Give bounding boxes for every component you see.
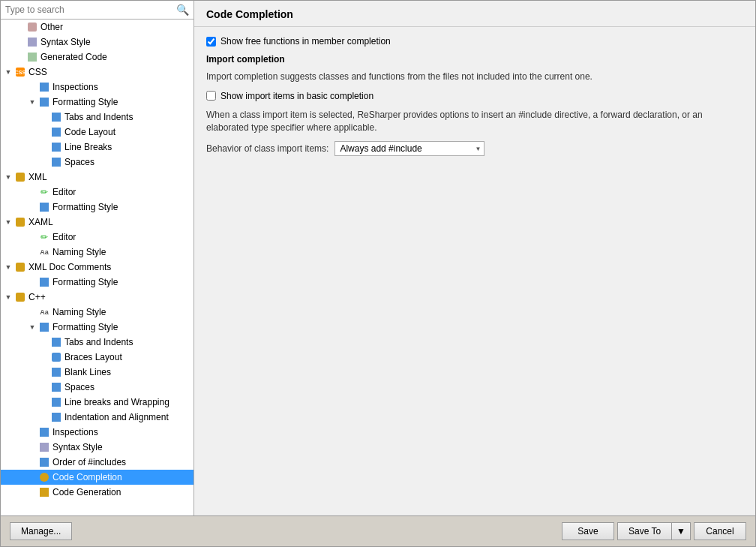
panel-title: Code Completion [194, 1, 755, 27]
save-to-arrow-button[interactable]: ▼ [671, 522, 691, 540]
tree-label-spaces-cpp: Spaces [64, 382, 94, 392]
tree-item-naming-xaml[interactable]: Aa Naming Style [1, 245, 194, 260]
tree-label-formatting-xmldoc: Formatting Style [52, 277, 118, 287]
tree-item-order-cpp[interactable]: Order of #includes [1, 455, 194, 470]
right-panel: Code Completion Show free functions in m… [194, 1, 755, 515]
tree-item-braces-cpp[interactable]: Braces Layout [1, 350, 194, 365]
format-icon-xmldoc [38, 276, 50, 288]
elaboration-text: When a class import item is selected, Re… [206, 109, 743, 134]
tree-item-inspections-css[interactable]: Inspections [1, 80, 194, 95]
spaces-icon-cpp [50, 381, 62, 393]
toggle-editor-xml [28, 188, 37, 197]
dialog-content: 🔍 Other Syntax Style [1, 1, 755, 515]
tree-item-inspections-cpp[interactable]: Inspections [1, 425, 194, 440]
toggle-naming-cpp [28, 308, 37, 317]
toggle-editor-xaml [28, 233, 37, 242]
generated-icon [26, 51, 38, 63]
tree-label-xmldoc: XML Doc Comments [28, 262, 111, 272]
tree-label-css: CSS [28, 67, 47, 77]
dropdown-wrapper: Always add #include Add forward declarat… [334, 141, 484, 156]
tree-label-syntax-top: Syntax Style [40, 37, 91, 47]
tree-item-code-generation[interactable]: Code Generation [1, 485, 194, 500]
tree-item-xaml[interactable]: ▼ XAML [1, 215, 194, 230]
tree-item-syntax-style-top[interactable]: Syntax Style [1, 35, 194, 50]
tree-item-formatting-cpp[interactable]: ▼ Formatting Style [1, 320, 194, 335]
tree-label-editor-xaml: Editor [52, 232, 76, 242]
save-to-button[interactable]: Save To [617, 522, 671, 540]
tree-label-indentation-cpp: Indentation and Alignment [64, 412, 169, 422]
tree-item-code-completion[interactable]: Code Completion [1, 470, 194, 485]
show-import-items-checkbox[interactable] [206, 91, 216, 101]
tree-item-linebreaks-cpp[interactable]: Line breaks and Wrapping [1, 395, 194, 410]
tree-item-formatting-xml[interactable]: Formatting Style [1, 200, 194, 215]
manage-button[interactable]: Manage... [10, 522, 72, 540]
tree-item-tabs-cpp[interactable]: Tabs and Indents [1, 335, 194, 350]
tree-item-xmldoc[interactable]: ▼ XML Doc Comments [1, 260, 194, 275]
toggle-tabs-css [40, 113, 49, 122]
search-icon: 🔍 [176, 4, 189, 16]
order-icon-cpp [38, 456, 50, 468]
toggle-formatting-xmldoc [28, 278, 37, 287]
tree-label-linebreaks-css: Line Breaks [64, 142, 112, 152]
tree-item-editor-xml[interactable]: ✏ Editor [1, 185, 194, 200]
tree-label-cpp: C++ [28, 292, 46, 302]
tree-label-completion: Code Completion [52, 472, 122, 482]
toggle-blank-cpp [40, 368, 49, 377]
inspect-icon-css [38, 81, 50, 93]
tabs-icon-css [50, 111, 62, 123]
tree-item-syntax-cpp[interactable]: Syntax Style [1, 440, 194, 455]
tree-item-cpp[interactable]: ▼ C++ [1, 290, 194, 305]
class-import-behavior-select[interactable]: Always add #include Add forward declarat… [334, 141, 484, 156]
tree-item-formatting-css[interactable]: ▼ Formatting Style [1, 95, 194, 110]
tree-item-indentation-cpp[interactable]: Indentation and Alignment [1, 410, 194, 425]
xaml-icon [14, 216, 26, 228]
save-to-arrow-icon: ▼ [676, 526, 686, 536]
tree-item-tabs-css[interactable]: Tabs and Indents [1, 110, 194, 125]
settings-dialog: 🔍 Other Syntax Style [0, 0, 756, 547]
toggle-braces-cpp [40, 353, 49, 362]
toggle-syntax-top [16, 38, 25, 47]
import-description: Import completion suggests classes and f… [206, 71, 743, 83]
tree-item-spaces-css[interactable]: Spaces [1, 155, 194, 170]
tree-label-formatting-xml: Formatting Style [52, 202, 118, 212]
tree-item-css[interactable]: ▼ CSS CSS [1, 65, 194, 80]
tree-item-naming-cpp[interactable]: Aa Naming Style [1, 305, 194, 320]
tree-item-xml[interactable]: ▼ XML [1, 170, 194, 185]
xml-icon [14, 171, 26, 183]
cancel-button[interactable]: Cancel [694, 522, 746, 540]
css-icon: CSS [14, 66, 26, 78]
tree-item-generated-code[interactable]: Generated Code [1, 50, 194, 65]
toggle-xml: ▼ [4, 173, 13, 182]
toggle-indentation-cpp [40, 413, 49, 422]
tree-item-blank-cpp[interactable]: Blank Lines [1, 365, 194, 380]
toggle-linebreaks-cpp [40, 398, 49, 407]
other-icon [26, 21, 38, 33]
tree-label-formatting-cpp: Formatting Style [52, 322, 118, 332]
show-free-functions-checkbox[interactable] [206, 37, 216, 47]
tree-item-spaces-cpp[interactable]: Spaces [1, 380, 194, 395]
braces-icon-cpp [50, 351, 62, 363]
tree-item-linebreaks-css[interactable]: Line Breaks [1, 140, 194, 155]
search-input[interactable] [5, 5, 173, 15]
toggle-syntax-cpp [28, 443, 37, 452]
completion-icon [38, 471, 50, 483]
tree-label-editor-xml: Editor [52, 187, 76, 197]
save-button[interactable]: Save [562, 522, 614, 540]
toggle-formatting-xml [28, 203, 37, 212]
dropdown-row: Behavior of class import items: Always a… [206, 141, 743, 156]
tree-label-syntax-cpp: Syntax Style [52, 442, 103, 452]
tree-item-editor-xaml[interactable]: ✏ Editor [1, 230, 194, 245]
tree-item-other[interactable]: Other [1, 20, 194, 35]
tree-item-formatting-xmldoc[interactable]: Formatting Style [1, 275, 194, 290]
left-panel: 🔍 Other Syntax Style [1, 1, 194, 515]
syntax-icon-cpp [38, 441, 50, 453]
toggle-completion [28, 473, 37, 482]
import-section-header: Import completion [206, 54, 743, 65]
tree-item-code-layout-css[interactable]: Code Layout [1, 125, 194, 140]
naming-icon-xaml: Aa [38, 246, 50, 258]
editor-icon-xml: ✏ [38, 186, 50, 198]
toggle-spaces-cpp [40, 383, 49, 392]
cpp-icon [14, 291, 26, 303]
codegen-icon [38, 486, 50, 498]
toggle-codelayout-css [40, 128, 49, 137]
